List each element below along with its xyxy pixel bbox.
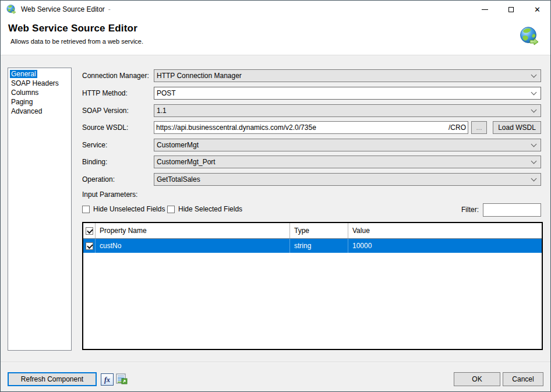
table-row[interactable]: custNo string 10000 (83, 239, 542, 253)
row-checkbox[interactable] (86, 242, 93, 250)
hide-unselected-checkbox[interactable] (82, 206, 90, 213)
column-header-value[interactable]: Value (348, 223, 542, 238)
sidebar-item-general[interactable]: General (8, 69, 71, 79)
filter-label: Filter: (461, 206, 479, 214)
window-controls: ✕ (472, 1, 550, 18)
maximize-icon (508, 7, 514, 12)
operation-combo[interactable]: GetTotalSales (154, 173, 541, 186)
close-button[interactable]: ✕ (524, 1, 550, 18)
sidebar-item-columns[interactable]: Columns (8, 88, 71, 97)
hide-selected-fields-option[interactable]: Hide Selected Fields (167, 205, 242, 213)
column-header-type[interactable]: Type (290, 223, 348, 238)
filter-input[interactable] (483, 203, 541, 217)
source-wsdl-input[interactable]: https://api.businesscentral.dynamics.com… (154, 121, 468, 134)
fx-icon: fx (104, 376, 110, 383)
sidebar-item-soap-headers[interactable]: SOAP Headers (8, 79, 71, 88)
connection-manager-label: Connection Manager: (82, 69, 149, 82)
chevron-down-icon (527, 179, 541, 181)
chevron-down-icon (527, 144, 541, 146)
ok-button[interactable]: OK (454, 372, 500, 386)
source-wsdl-value: https://api.businesscentral.dynamics.com… (156, 123, 316, 132)
http-method-label: HTTP Method: (82, 87, 128, 100)
soap-version-combo[interactable]: 1.1 (154, 104, 541, 117)
cell-type: string (290, 239, 348, 253)
load-wsdl-button[interactable]: Load WSDL (493, 121, 541, 134)
source-wsdl-label: Source WSDL: (82, 121, 128, 134)
minimize-button[interactable] (472, 1, 498, 18)
maximize-button[interactable] (498, 1, 524, 18)
cancel-button[interactable]: Cancel (503, 372, 543, 386)
sidebar-item-paging[interactable]: Paging (8, 97, 71, 107)
connection-manager-combo[interactable]: HTTP Connection Manager (154, 69, 541, 82)
cell-value: 10000 (348, 239, 542, 253)
expressions-button[interactable]: fx (101, 373, 114, 386)
footer-separator (1, 362, 550, 363)
operation-label: Operation: (82, 173, 115, 186)
service-label: Service: (82, 139, 107, 151)
http-method-combo[interactable]: POST (154, 87, 541, 100)
globe-header-icon (518, 26, 539, 47)
metadata-grid-icon (115, 373, 128, 386)
input-parameters-table: Property Name Type Value custNo string 1… (82, 222, 543, 350)
title-bar: Web Service Source Editor - ✕ (1, 1, 550, 18)
service-combo[interactable]: CustomerMgt (154, 139, 541, 151)
table-header-row: Property Name Type Value (83, 223, 542, 239)
chevron-down-icon (527, 75, 541, 77)
refresh-component-button[interactable]: Refresh Component (8, 372, 97, 386)
soap-version-label: SOAP Version: (82, 104, 129, 117)
chevron-down-icon (527, 110, 541, 112)
binding-combo[interactable]: CustomerMgt_Port (154, 156, 541, 168)
hide-selected-checkbox[interactable] (167, 206, 175, 213)
section-list: General SOAP Headers Columns Paging Adva… (8, 68, 72, 351)
hide-unselected-fields-option[interactable]: Hide Unselected Fields (82, 205, 165, 213)
hide-unselected-label: Hide Unselected Fields (93, 205, 165, 213)
page-title: Web Service Source Editor (8, 23, 137, 34)
window-title: Web Service Source Editor (21, 5, 105, 13)
globe-app-icon (6, 4, 16, 15)
page-subtitle: Allows data to be retrieved from a web s… (10, 38, 143, 45)
dialog-header: Web Service Source Editor Allows data to… (1, 18, 550, 55)
binding-label: Binding: (82, 156, 107, 168)
chevron-down-icon (527, 93, 541, 94)
source-wsdl-value-right: /CRO (448, 123, 466, 132)
column-header-property-name[interactable]: Property Name (96, 223, 290, 238)
close-icon: ✕ (534, 6, 541, 13)
web-service-source-editor-dialog: Web Service Source Editor - ✕ Web Servic… (0, 0, 551, 392)
sidebar-item-advanced[interactable]: Advanced (8, 107, 71, 116)
window-title-suffix: - (108, 5, 111, 13)
chevron-down-icon (527, 161, 541, 163)
select-all-checkbox[interactable] (86, 227, 93, 235)
minimize-icon (482, 9, 488, 10)
cell-property-name: custNo (96, 239, 290, 253)
input-parameters-label: Input Parameters: (82, 188, 137, 201)
hide-selected-label: Hide Selected Fields (178, 205, 242, 213)
browse-wsdl-button[interactable]: ... (471, 121, 487, 134)
refresh-metadata-button[interactable] (115, 373, 128, 386)
